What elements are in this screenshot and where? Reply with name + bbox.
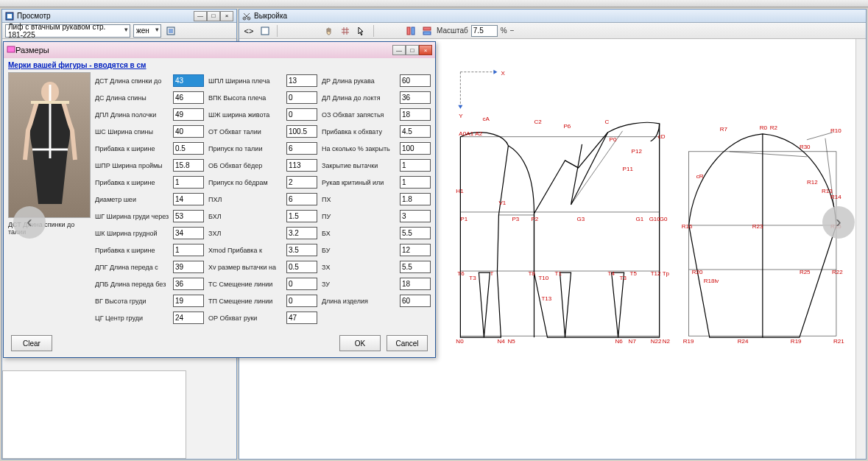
measurement-input[interactable] [286,125,317,138]
dialog-close-button[interactable]: × [419,45,432,55]
measurement-row: ДР Длина рукава [322,72,431,89]
measurement-label: ДС Длина спины [95,94,171,102]
measurement-input[interactable] [400,142,431,155]
measurement-input[interactable] [173,193,204,205]
measurement-input[interactable] [400,176,431,189]
preview-max-button[interactable]: □ [207,11,220,21]
measurement-input[interactable] [400,244,431,256]
measurement-input[interactable] [286,176,317,189]
dialog-photo-column: ДСТ Длина спинки до талии [8,72,91,326]
measurement-input[interactable] [173,244,204,256]
measurement-input[interactable] [173,295,204,307]
measurement-input[interactable] [286,278,317,290]
measurement-input[interactable] [400,74,431,87]
code-view-button[interactable]: <> [242,24,255,38]
preview-thumbnail-area [2,370,186,459]
scale-input[interactable] [471,25,498,37]
measurement-input[interactable] [286,295,317,307]
measurement-input[interactable] [286,210,317,222]
measurement-input[interactable] [286,193,317,205]
measurement-input[interactable] [286,108,317,121]
measurement-input[interactable] [173,210,204,222]
measurement-label: ОР Обхват руки [208,314,284,322]
grid-tool-button[interactable] [339,24,352,38]
measurement-input[interactable] [400,295,431,307]
preview-title: Просмотр [17,12,51,20]
measurement-input[interactable] [286,261,317,273]
measurement-input[interactable] [173,176,204,189]
measurement-input[interactable] [173,108,204,121]
measurement-input[interactable] [400,159,431,172]
dialog-min-button[interactable]: — [392,45,406,55]
measurement-input[interactable] [173,312,204,324]
measurement-input[interactable] [286,244,317,256]
measurement-input[interactable] [173,261,204,273]
pattern-vscrollbar[interactable] [855,39,866,459]
preview-close-button[interactable]: × [220,11,233,21]
svg-rect-7 [412,27,414,35]
measurement-label: ВГ Высота груди [95,298,171,305]
measurement-input[interactable] [400,193,431,205]
svg-text:cA: cA [482,116,490,122]
measurement-row: БХЛ [208,208,317,225]
layout-tool-2[interactable] [420,24,434,38]
svg-text:R25: R25 [800,269,811,275]
measurement-label: ДСТ Длина спинки до [95,77,171,85]
svg-text:T6: T6 [457,270,465,277]
measurement-input[interactable] [286,159,317,172]
gender-combo[interactable]: жен [133,24,161,38]
measurement-input[interactable] [286,74,317,87]
dialog-titlebar[interactable]: Размеры — □ × [4,42,435,58]
measurements-help-link[interactable]: Мерки вашей фигуры - вводятся в см [8,61,147,69]
svg-rect-8 [423,27,431,30]
svg-text:G1: G1 [636,216,644,222]
svg-text:R30: R30 [800,144,811,150]
measurement-input[interactable] [173,74,204,87]
dialog-body: Мерки вашей фигуры - вводятся в см [4,58,435,331]
hand-tool-button[interactable] [322,24,336,38]
svg-text:T8: T8 [528,270,535,277]
measurement-input[interactable] [286,91,317,104]
measurement-row: На сколько % закрыть [322,140,431,157]
measurement-row: ДПГ Длина переда с [95,258,204,275]
measurement-input[interactable] [173,159,204,172]
measurement-input[interactable] [400,125,431,138]
measurement-input[interactable] [173,227,204,239]
measurement-input[interactable] [173,125,204,138]
svg-text:P1: P1 [460,216,467,222]
pattern-name-combo[interactable]: Лиф с втачным рукавом стр. 181-225 [5,24,130,38]
measurement-input[interactable] [173,142,204,155]
measurement-input[interactable] [400,261,431,273]
svg-text:R19: R19 [791,338,802,345]
svg-text:R23: R23 [752,223,763,230]
clear-button[interactable]: Clear [11,335,52,351]
measurement-input[interactable] [173,278,204,290]
pattern-titlebar: Выкройка [239,10,866,23]
measurement-input[interactable] [173,91,204,104]
preview-min-button[interactable]: — [194,11,207,21]
measurement-input[interactable] [286,312,317,324]
measurement-label: Диаметр шеи [95,196,171,203]
cancel-button[interactable]: Cancel [387,335,428,351]
measurement-input[interactable] [400,278,431,290]
measurement-input[interactable] [286,227,317,239]
measurement-input[interactable] [400,91,431,104]
svg-text:cR: cR [696,173,704,180]
svg-text:T3: T3 [620,275,627,281]
dialog-max-button[interactable]: □ [406,45,419,55]
carousel-next-button[interactable]: › [822,206,855,239]
preview-titlebar: Просмотр — □ × [2,10,236,23]
measurement-row: ПХ [322,191,431,208]
layout-tool-1[interactable] [404,24,417,38]
measurement-input[interactable] [286,142,317,155]
ok-button[interactable]: OK [339,335,381,351]
preview-tool-button[interactable] [164,24,177,38]
measurement-input[interactable] [400,227,431,239]
carousel-prev-button[interactable]: ‹ [13,206,46,239]
pointer-tool-button[interactable] [355,24,368,38]
measurement-input[interactable] [400,108,431,121]
design-view-button[interactable] [258,24,272,38]
measurement-input[interactable] [400,210,431,222]
measurement-row: ШС Ширина спины [95,123,204,140]
measurement-row: Прибавка к ширине [95,174,204,191]
